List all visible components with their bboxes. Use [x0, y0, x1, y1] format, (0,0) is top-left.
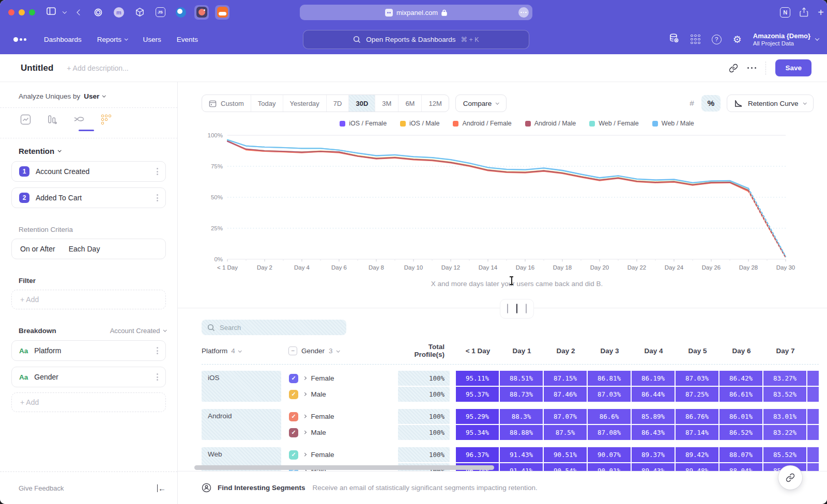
expand-row-icon[interactable] — [303, 392, 306, 396]
retention-value-cell[interactable]: 90.54% — [544, 463, 587, 471]
retention-value-cell[interactable]: 85.89% — [632, 409, 675, 424]
retention-value-cell[interactable]: 87.07% — [544, 409, 587, 424]
legend-item[interactable]: Web / Female — [589, 120, 639, 127]
retention-value-cell[interactable]: 87.08% — [588, 425, 631, 440]
data-management-icon[interactable] — [669, 33, 679, 45]
retention-value-cell[interactable]: 83.01% — [763, 409, 806, 424]
day-column-header[interactable]: Day 2 — [544, 347, 588, 355]
retention-value-cell[interactable]: 90.01% — [588, 463, 631, 471]
retention-value-cell[interactable]: 91.41% — [500, 463, 543, 471]
retention-value-cell[interactable]: 86.19% — [632, 371, 675, 386]
chevron-down-icon[interactable] — [63, 9, 67, 13]
add-description[interactable]: + Add description... — [67, 64, 128, 72]
day-column-header[interactable]: Day 4 — [632, 347, 676, 355]
day-column-header[interactable]: Day 7 — [763, 347, 807, 355]
tab-active-icon[interactable] — [194, 5, 209, 20]
retention-value-cell[interactable]: 89.48% — [676, 463, 718, 471]
nav-item-dashboards[interactable]: Dashboards — [44, 36, 82, 43]
tab-funnels-icon[interactable] — [45, 113, 59, 126]
help-icon[interactable]: ? — [712, 35, 722, 44]
series-line[interactable] — [748, 188, 786, 257]
checkbox-android-female[interactable]: ✓ — [289, 412, 298, 421]
apps-grid-icon[interactable] — [691, 35, 700, 44]
retention-chart[interactable]: 100%75%50%25%0%< 1 DayDay 2Day 4Day 6Day… — [202, 128, 827, 277]
traffic-light-zoom[interactable] — [29, 9, 35, 15]
day-column-header[interactable]: < 1 Day — [456, 347, 500, 355]
total-profiles-header[interactable]: Total Profile(s) — [398, 343, 450, 358]
tab-retention-icon[interactable] — [99, 113, 113, 126]
retention-value-cell[interactable]: 87.25% — [676, 387, 718, 402]
find-segments-link[interactable]: Find Interesting Segments — [218, 484, 305, 492]
tab-browser-icon[interactable] — [174, 5, 188, 20]
range-yesterday[interactable]: Yesterday — [283, 95, 326, 112]
collapse-sidebar-icon[interactable]: ← — [157, 484, 166, 492]
breakdown-applies-to-dropdown[interactable]: Account Created — [110, 327, 166, 335]
give-feedback-link[interactable]: Give Feedback — [19, 484, 64, 492]
sidebar-toggle-icon[interactable] — [47, 7, 56, 17]
retention-value-cell[interactable]: 86.61% — [719, 387, 762, 402]
legend-item[interactable]: iOS / Female — [340, 120, 387, 127]
share-icon[interactable] — [800, 7, 808, 17]
table-only-view-button[interactable] — [525, 303, 528, 314]
retention-value-cell[interactable]: 83.22% — [763, 425, 806, 440]
back-icon[interactable] — [76, 9, 82, 15]
new-tab-icon[interactable]: + — [818, 7, 824, 18]
criteria-interval[interactable]: Each Day — [69, 245, 100, 253]
account-switcher[interactable]: Amazonia {Demo} All Project Data — [753, 32, 819, 46]
report-title[interactable]: Untitled — [21, 63, 53, 73]
add-breakdown-button[interactable]: + Add — [11, 392, 166, 412]
expand-row-icon[interactable] — [303, 431, 306, 434]
kebab-menu-icon[interactable] — [157, 373, 158, 381]
url-bar[interactable]: mixpanel.com — [300, 5, 532, 20]
retention-value-cell[interactable]: 87.5% — [544, 425, 587, 440]
copy-link-icon[interactable] — [729, 64, 738, 73]
table-search[interactable] — [202, 320, 346, 335]
gender-column-header[interactable]: − Gender 3 — [288, 346, 398, 355]
line-chart[interactable]: 100%75%50%25%0%< 1 DayDay 2Day 4Day 6Day… — [202, 128, 811, 275]
tab-ring-icon[interactable] — [91, 5, 105, 20]
split-view-button[interactable] — [515, 303, 518, 314]
retention-value-cell[interactable]: 86.81% — [588, 371, 631, 386]
retention-value-cell[interactable]: 88.04% — [719, 463, 762, 471]
url-more-icon[interactable] — [518, 7, 529, 18]
platform-column-header[interactable]: Platform 4 — [202, 347, 288, 355]
chart-type-dropdown[interactable]: Retention Curve — [727, 94, 814, 112]
traffic-light-minimize[interactable] — [19, 9, 25, 15]
tab-cube-icon[interactable] — [132, 5, 147, 20]
breakdown-platform[interactable]: AaPlatform — [11, 340, 166, 361]
range-custom[interactable]: Custom — [202, 95, 251, 112]
day-column-header[interactable]: Day 6 — [719, 347, 763, 355]
retention-step-1[interactable]: 1Account Created — [11, 161, 166, 182]
range-3m[interactable]: 3M — [375, 95, 398, 112]
legend-item[interactable]: Android / Male — [525, 120, 576, 127]
more-actions-icon[interactable] — [747, 67, 757, 69]
tab-js-icon[interactable]: JS — [153, 5, 167, 20]
retention-value-cell[interactable]: 86.52% — [719, 425, 762, 440]
checkbox-ios-female[interactable]: ✓ — [289, 374, 298, 383]
save-button[interactable]: Save — [775, 59, 811, 76]
table-search-input[interactable] — [220, 324, 323, 332]
retention-value-cell[interactable]: 86.42% — [719, 371, 762, 386]
expand-row-icon[interactable] — [303, 415, 306, 418]
absolute-values-toggle[interactable]: # — [682, 95, 701, 112]
range-6m[interactable]: 6M — [398, 95, 421, 112]
retention-value-cell[interactable]: 88.88% — [500, 425, 543, 440]
retention-value-cell[interactable]: 83.27% — [763, 371, 806, 386]
retention-value-cell[interactable]: 96.37% — [456, 447, 499, 462]
retention-value-cell[interactable]: 87.03% — [676, 371, 718, 386]
notion-extension-icon[interactable]: N — [780, 7, 790, 18]
retention-value-cell[interactable]: 87.46% — [544, 387, 587, 402]
range-7d[interactable]: 7D — [326, 95, 349, 112]
nav-item-reports[interactable]: Reports — [97, 36, 128, 43]
retention-section-title[interactable]: Retention — [19, 147, 54, 155]
legend-item[interactable]: Android / Female — [453, 120, 511, 127]
criteria-mode[interactable]: On or After — [20, 245, 55, 253]
expand-row-icon[interactable] — [303, 453, 306, 456]
settings-gear-icon[interactable]: ⚙ — [733, 35, 742, 44]
tab-soundcloud-icon[interactable] — [215, 5, 229, 20]
retention-value-cell[interactable]: 90.51% — [544, 447, 587, 462]
tab-flows-icon[interactable] — [72, 113, 86, 126]
day-column-header[interactable]: Day 5 — [676, 347, 719, 355]
checkbox-android-male[interactable]: ✓ — [289, 428, 298, 437]
mixpanel-logo[interactable] — [13, 37, 26, 42]
